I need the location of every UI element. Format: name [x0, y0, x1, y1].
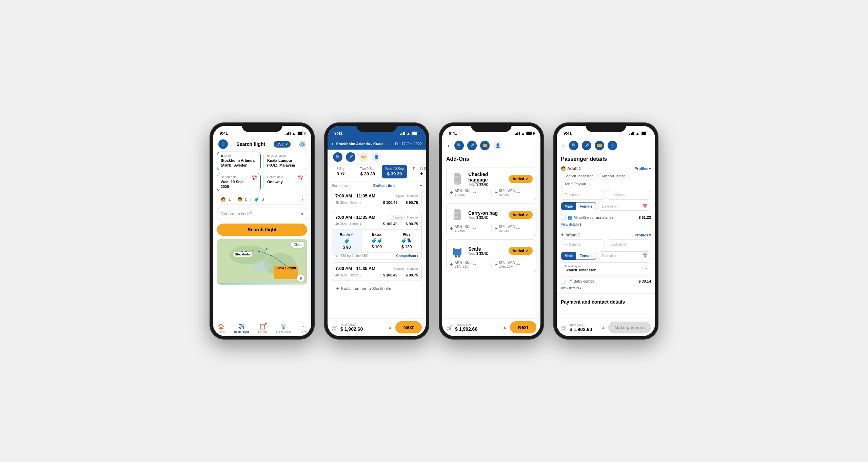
expand-icon-2[interactable]: ▲ — [388, 325, 393, 330]
back-icon-4[interactable]: ‹ — [562, 142, 564, 149]
next-button-3[interactable]: Next — [510, 321, 536, 333]
nav-more[interactable]: ··· More — [300, 323, 307, 333]
chip-adam[interactable]: Adam Rayyan — [561, 181, 590, 187]
currency-selector[interactable]: USD ▾ — [274, 141, 290, 148]
flight-main-2: 7:00 AM → 11:35 AM Regular Member 4h 35m… — [332, 211, 421, 229]
calendar-icon-adult: 📅 — [642, 204, 647, 209]
ticket-step-3[interactable]: 🎫 — [480, 141, 490, 150]
date-tab-tue9sep[interactable]: Tue 9 Sep $ 39.39 — [355, 165, 380, 178]
date-tab-thu11sep[interactable]: Thu 11 Sep ✈ — [409, 165, 426, 178]
view-details-minor[interactable]: View details ℹ — [561, 223, 651, 226]
flight-card-1[interactable]: 7:00 AM → 11:35 AM Regular Member 4h 35m… — [332, 190, 422, 208]
chip-scarlett[interactable]: Scarlett Johansson — [561, 173, 597, 179]
gender-toggle-infant[interactable]: Male Female — [561, 252, 596, 260]
check-icon-seats: ✓ — [526, 249, 529, 253]
return-date-field[interactable]: Return date One-way 📅 — [263, 173, 307, 192]
fare-extra[interactable]: Extra 🧳🧳 $ 100 — [362, 230, 392, 252]
nav-book-flight[interactable]: ✈️ Book Flight — [234, 323, 249, 333]
expand-icon-4[interactable]: ▲ — [601, 325, 606, 330]
search-flight-button[interactable]: Search flight — [217, 224, 307, 236]
member-price-1: $ 90.75 — [406, 200, 418, 205]
edit-carry2[interactable]: ✏ — [516, 226, 520, 231]
expand-icon-3[interactable]: ▲ — [502, 325, 507, 330]
traveling-with-selector[interactable]: Traveling with Scarlett Johansson ▾ — [561, 262, 651, 274]
checked-baggage-added-btn[interactable]: Added ✓ — [509, 175, 533, 183]
calendar-icon-return: 📅 — [298, 175, 303, 181]
flight-card-2[interactable]: 7:00 AM → 11:35 AM Regular Member 4h 35m… — [332, 211, 422, 259]
male-button-infant[interactable]: Male — [561, 252, 576, 259]
make-payment-button[interactable]: Make payment — [608, 322, 651, 333]
search-step-3[interactable]: 🔍 — [454, 141, 464, 150]
adult-last-name[interactable]: Last name — [607, 190, 651, 200]
carry-on-added-btn[interactable]: Added ✓ — [509, 211, 533, 219]
seats-added-btn[interactable]: Added ✓ — [509, 247, 533, 255]
back-icon-3[interactable]: ‹ — [448, 142, 450, 149]
baby-combo-checkbox[interactable] — [561, 279, 566, 284]
route-kul-arn-seats: ✈ KUL · ARN 16E, 16F ✏ — [494, 261, 533, 268]
svg-rect-20 — [460, 248, 461, 255]
edit-route2-bags[interactable]: ✏ — [516, 190, 520, 195]
edit-seats1[interactable]: ✏ — [473, 262, 476, 267]
gender-toggle-adult[interactable]: Male Female — [561, 202, 596, 210]
search-step-icon[interactable]: 🔍 — [333, 152, 342, 162]
next-button-2[interactable]: Next — [395, 321, 422, 333]
ticket-step-icon[interactable]: 🎫 — [359, 152, 368, 162]
duration-1: 4h 35m · Direct ℹ — [335, 201, 361, 205]
origin-field[interactable]: Origin Stockholm Arlanda (ARN), Sweden — [217, 152, 261, 170]
arrow-2: → — [352, 215, 356, 220]
view-details-baby[interactable]: View details ℹ — [561, 286, 651, 290]
settings-icon[interactable]: ⚙️ — [299, 141, 306, 148]
edit-carry1[interactable]: ✏ — [473, 226, 476, 231]
infant-last-name[interactable]: Last name — [607, 239, 651, 249]
flight-step-4[interactable]: ✈️ — [582, 141, 591, 150]
baby-combo-row: 🍼 Baby combo $ 38.14 — [561, 276, 651, 286]
ticket-step-4[interactable]: 🎫 — [595, 141, 604, 150]
sort-value[interactable]: Earliest time — [373, 184, 395, 188]
nav-flight-status[interactable]: 📡 Flight Status — [276, 323, 291, 333]
profiles-button-infant[interactable]: Profiles ▾ — [635, 233, 651, 237]
flight-step-3[interactable]: ✈️ — [467, 141, 477, 150]
adult-first-name[interactable]: First name — [561, 190, 605, 200]
baby-icon: 🍼 — [568, 279, 572, 284]
user-step-icon[interactable]: 👤 — [372, 152, 381, 162]
profiles-button[interactable]: Profiles ▾ — [635, 167, 651, 171]
infant-dob-field[interactable]: Date of birth 📅 — [598, 251, 651, 260]
minor-checkbox[interactable] — [561, 215, 566, 220]
comparison-link[interactable]: Comparison › — [396, 254, 418, 258]
edit-seats2[interactable]: ✏ — [516, 262, 520, 267]
user-step-3[interactable]: 👤 — [493, 141, 502, 150]
male-button-adult[interactable]: Male — [561, 203, 576, 210]
adult-count: 1 — [229, 197, 231, 202]
female-button-adult[interactable]: Female — [576, 203, 596, 210]
passengers-field[interactable]: 🧑 1 | 🧒 0 | 🧳 0 ▾ — [217, 194, 307, 205]
p4-header: Passenger details — [557, 153, 655, 166]
fare-basic[interactable]: Basic ✓ 🧳 $ 90 — [332, 230, 362, 252]
map-clear-button[interactable]: Clear — [291, 242, 304, 248]
svg-rect-22 — [458, 255, 460, 257]
notch-4 — [586, 122, 626, 132]
nav-my-trip[interactable]: 📋 My Trip — [258, 323, 267, 333]
more-icon: ··· — [301, 323, 306, 329]
date-tab-8sep[interactable]: 8 Sep $ 76 — [328, 165, 354, 178]
chip-micheal[interactable]: Micheal Jordan — [598, 173, 629, 179]
user-step-4[interactable]: 👤 — [608, 141, 617, 150]
promo-field[interactable]: Got promo code? ▾ — [217, 208, 307, 220]
flight-card-3[interactable]: 7:00 AM → 11:35 AM Regular Member 4h 35m… — [332, 262, 422, 281]
depart-date-field[interactable]: Depart date Wed, 10 Sep 2020 📅 — [217, 173, 261, 192]
infant-first-name[interactable]: First name — [561, 239, 605, 249]
destination-field[interactable]: Destination Kuala Lumpur (KUL), Malaysia — [263, 152, 307, 170]
search-step-4[interactable]: 🔍 — [569, 141, 578, 150]
user-avatar[interactable]: 👤 — [218, 139, 228, 149]
origin-value: Stockholm Arlanda (ARN), Sweden — [221, 158, 257, 168]
regular-label-1: Regular — [393, 194, 404, 198]
nav-home[interactable]: 🏠 Home — [218, 323, 225, 333]
profile-chips: Scarlett Johansson Micheal Jordan Adam R… — [561, 173, 651, 187]
female-button-infant[interactable]: Female — [576, 252, 596, 259]
flight-step-icon[interactable]: ✈️ — [346, 152, 355, 162]
date-tab-wed10sep[interactable]: Wed 10 Sep $ 39.39 — [382, 165, 407, 178]
edit-route1-bags[interactable]: ✏ — [473, 190, 476, 195]
fare-plus[interactable]: Plus 🧳💺 $ 120 — [392, 230, 421, 252]
depart-label: Depart date — [221, 175, 251, 179]
back-icon-2[interactable]: ‹ — [332, 141, 333, 147]
adult-dob-field[interactable]: Date of birth 📅 — [598, 202, 651, 211]
